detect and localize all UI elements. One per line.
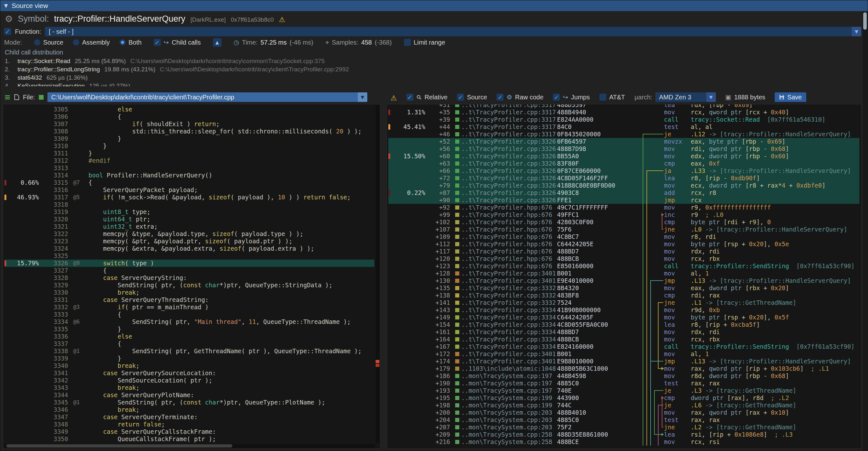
chevron-down-icon[interactable]: ▼ [358, 92, 367, 102]
asm-row[interactable]: +128..t\TracyProfiler.cpp:3401B001moval,… [388, 270, 859, 277]
child-call-entry[interactable]: 4.KeSynchronizeExecution125 µs (0.27%) [5, 82, 861, 86]
asm-row[interactable]: +172..t\TracyProfiler.cpp:3401B001moval,… [388, 350, 859, 358]
source-line[interactable]: 3324 memcpy( &extra, &payload.extra, siz… [4, 245, 374, 252]
asm-row[interactable]: +63..t\TracyProfiler.cpp:332683F80Fcmpea… [388, 160, 859, 167]
asm-row[interactable]: +39..t\TracyProfiler.cpp:3317E824AA0000c… [388, 116, 859, 123]
asm-row[interactable]: +209..mon\TracySystem.cpp:258488D35E8861… [388, 431, 859, 438]
mode-option-assembly[interactable]: Assembly [73, 39, 110, 46]
file-combo[interactable]: C:\Users\wolf\Desktop\darkrl\contrib\tra… [48, 92, 367, 102]
raw-code-toggle[interactable]: ✓ ⚙ Raw code [497, 93, 543, 101]
jumps-toggle[interactable]: ✓ ↪ Jumps [553, 93, 590, 101]
source-line[interactable]: 3328 case ServerQueryString: [4, 274, 374, 281]
asm-row[interactable]: +174..t\TracyProfiler.cpp:3401E9B8010000… [388, 358, 859, 365]
asm-row[interactable]: +216..mon\TracySystem.cpp:258488BCEmovrc… [388, 438, 859, 446]
source-line[interactable]: 3340 break; [4, 362, 374, 369]
source-line[interactable]: 3343 break; [4, 384, 374, 391]
chevron-down-icon[interactable]: ▼ [706, 92, 716, 102]
asm-row[interactable]: +204..mon\TracySystem.cpp:2034885C0testr… [388, 416, 859, 424]
asm-row[interactable]: +186..mon\TracySystem.cpp:197448B4598mov… [388, 372, 859, 380]
att-checkbox[interactable]: ✓ [599, 94, 607, 101]
propagate-up-button[interactable]: ▲ [213, 38, 221, 47]
child-call-entry[interactable]: 2.tracy::Profiler::SendLongString19.88 m… [5, 65, 861, 73]
source-line[interactable]: 46.93%3317@5 if( !m_sock->Read( &payload… [4, 194, 374, 201]
source-line[interactable]: 3323 memcpy( &ptr, &payload.ptr, sizeof(… [4, 238, 374, 245]
asm-row[interactable]: +120..t\TracyProfiler.hpp:676488BCBmovrc… [388, 255, 859, 263]
relative-checkbox[interactable]: ✓ [406, 94, 413, 101]
asm-row[interactable]: +198..mon\TracySystem.cpp:199744Cje.L6 -… [388, 402, 859, 409]
source-line[interactable]: 3309 } [4, 135, 374, 142]
function-checkbox[interactable]: ✓ [4, 28, 11, 35]
source-line[interactable]: 3350 QueueCallstackFrame( ptr ); [4, 435, 374, 443]
asm-row[interactable]: +102..t\TracyProfiler.hpp:67642803C0F00c… [388, 218, 859, 226]
limit-range-toggle[interactable]: ✓ Limit range [404, 39, 445, 46]
asm-row[interactable]: +167..t\TracyProfiler.cpp:3334E824160000… [388, 343, 859, 350]
uarch-combo[interactable]: AMD Zen 3 ▼ [655, 92, 716, 102]
mode-option-source[interactable]: Source [34, 39, 63, 46]
child-calls-toggle[interactable]: ✓ ↪ Child calls [154, 38, 201, 46]
asm-row[interactable]: +130..t\TracyProfiler.cpp:3401E9E4010000… [388, 277, 859, 284]
asm-row[interactable]: 15.50%+60..t\TracyProfiler.cpp:33268B55A… [388, 153, 859, 160]
asm-row[interactable]: +195..mon\TracySystem.cpp:199443900cmpdw… [388, 394, 859, 402]
chevron-down-icon[interactable]: ▼ [852, 27, 861, 36]
source-line[interactable]: 3332@3 if( ptr == m_mainThread ) [4, 304, 374, 311]
source-line[interactable]: 3346 break; [4, 406, 374, 413]
source-line[interactable]: 3308 std::this_thread::sleep_for( std::c… [4, 128, 374, 135]
source-line[interactable]: 3312#endif [4, 157, 374, 164]
asm-row[interactable]: 1.31%+35..t\TracyProfiler.cpp:3317488B49… [388, 109, 859, 116]
asm-row[interactable]: +207..mon\TracySystem.cpp:20375F2jne.L2 … [388, 424, 859, 431]
asm-row[interactable]: +161..t\TracyProfiler.cpp:3334488BD7movr… [388, 328, 859, 336]
source-line[interactable]: 3307 if( shouldExit ) return; [4, 120, 374, 128]
source-line[interactable]: 3322 memcpy( &type, &payload.type, sizeo… [4, 230, 374, 238]
source-line[interactable]: 0.66%3315@7{ [4, 179, 374, 186]
hot-line-marker[interactable] [376, 360, 379, 363]
source-checkbox[interactable]: ✓ [457, 94, 464, 101]
asm-row[interactable]: +92..t\TracyProfiler.hpp:67649C7C1FFFFFF… [388, 204, 859, 211]
source-line[interactable]: 3330 break; [4, 289, 374, 296]
source-line[interactable]: 3333 { [4, 311, 374, 318]
asm-row[interactable]: +31..t\TracyProfiler.cpp:3317488D5597lea… [388, 104, 859, 109]
source-line[interactable]: 3320 uint64_t ptr; [4, 216, 374, 223]
asm-row[interactable]: +79..t\TracyProfiler.cpp:3326418B8C80E0B… [388, 182, 859, 189]
source-line[interactable]: 3327 { [4, 267, 374, 274]
asm-row[interactable]: +52..t\TracyProfiler.cpp:33260FB64597mov… [388, 138, 859, 145]
asm-row[interactable]: +107..t\TracyProfiler.hpp:67675F6jne.L0 … [388, 226, 859, 233]
asm-row[interactable]: +90..t\TracyProfiler.cpp:3326FFE1jmprcx [388, 197, 859, 204]
source-line[interactable]: 3335 } [4, 326, 374, 333]
source-line[interactable]: 3347 case ServerQueryTerminate: [4, 413, 374, 421]
files-list-icon[interactable]: ≡ [4, 93, 10, 101]
source-line[interactable]: 3310 } [4, 142, 374, 150]
asm-row[interactable]: +99..t\TracyProfiler.hpp:67649FFC1incr9 … [388, 211, 859, 218]
mode-option-both[interactable]: Both [119, 39, 142, 46]
source-line[interactable]: 3336 else [4, 333, 374, 340]
source-line[interactable]: 3314bool Profiler::HandleServerQuery() [4, 172, 374, 179]
source-line[interactable]: 3306 { [4, 113, 374, 120]
asm-row[interactable]: +190..mon\TracySystem.cpp:1974885C0testr… [388, 380, 859, 387]
source-line[interactable]: 3337 { [4, 340, 374, 348]
asm-row[interactable]: +117..t\TracyProfiler.hpp:676488BD7movrd… [388, 248, 859, 255]
asm-row[interactable]: +149..t\TracyProfiler.cpp:3334C64424205F… [388, 314, 859, 321]
asm-row[interactable]: +143..t\TracyProfiler.cpp:333441B90B0000… [388, 306, 859, 314]
source-line[interactable]: 3342 SendSourceLocation( ptr ); [4, 377, 374, 384]
source-line[interactable]: 3318 [4, 201, 374, 208]
source-line[interactable]: 3316 ServerQueryPacket payload; [4, 186, 374, 194]
source-line[interactable]: 3313 [4, 164, 374, 172]
source-line[interactable]: 3339 } [4, 355, 374, 362]
source-line[interactable]: 3305 else [4, 106, 374, 113]
asm-row[interactable]: +66..t\TracyProfiler.cpp:33260F87CE06000… [388, 167, 859, 175]
source-line[interactable]: 3345@1 SendString( ptr, (const char*)ptr… [4, 399, 374, 406]
source-line[interactable]: 3311} [4, 150, 374, 157]
collapse-icon[interactable]: ▼ [4, 3, 8, 9]
source-line[interactable]: 3319 uint8_t type; [4, 208, 374, 216]
save-button[interactable]: Save [775, 92, 806, 102]
source-line[interactable]: 3321 uint32_t extra; [4, 223, 374, 230]
asm-row[interactable]: +193..mon\TracySystem.cpp:197740Eje.L3 -… [388, 387, 859, 394]
limit-range-checkbox[interactable]: ✓ [404, 39, 411, 46]
source-line[interactable]: 3344 case ServerQueryPlotName: [4, 391, 374, 399]
source-line[interactable]: 3341 case ServerQuerySourceLocation: [4, 369, 374, 377]
asm-row[interactable]: +46..t\TracyProfiler.cpp:33170F843502000… [388, 130, 859, 138]
asm-row[interactable]: 45.41%+44..t\TracyProfiler.cpp:331784C0t… [388, 123, 859, 130]
source-line[interactable]: 3334@6 SendString( ptr, "Main thread", 1… [4, 318, 374, 326]
raw-code-checkbox[interactable]: ✓ [497, 94, 503, 101]
source-line[interactable]: 3349 case ServerQueryCallstackFrame: [4, 428, 374, 435]
source-toggle[interactable]: ✓ Source [457, 94, 487, 101]
